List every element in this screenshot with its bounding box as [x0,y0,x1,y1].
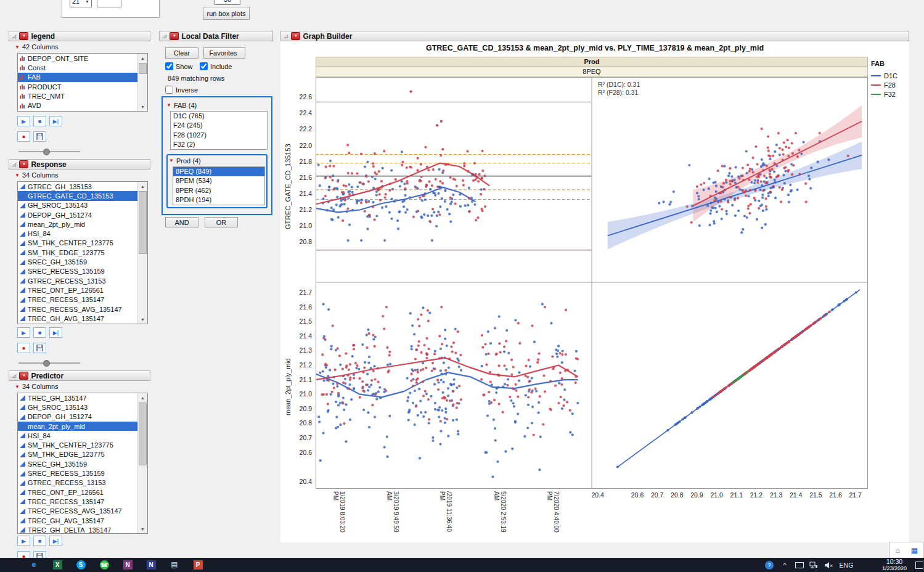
scroll-up-icon[interactable]: ▲ [138,393,147,402]
clock[interactable]: 10:30 1/23/2020 [875,558,914,571]
inverse-checkbox-input[interactable] [165,86,173,94]
scrollbar-thumb[interactable] [139,402,147,465]
help-tray-icon[interactable]: ? [763,558,775,572]
tray-keyboard[interactable] [794,558,805,572]
collapse-icon[interactable]: ▼ [15,173,20,178]
column-item[interactable]: GTREC_RECESS_13153 [18,276,147,285]
red-menu-icon[interactable]: ▼ [19,372,28,380]
legend-entry[interactable]: F32 [871,89,897,99]
column-item[interactable]: TREC_GH_AVG_135147 [18,516,147,525]
y-axis-title-top[interactable]: GTREC_GATE_CD_135153 [284,129,293,243]
column-item[interactable]: SM_THK_EDGE_123775 [18,248,147,257]
taskbar-edge[interactable]: e [27,558,41,572]
tray-chevron[interactable]: ^ [779,558,790,572]
record-button[interactable]: ● [17,343,30,353]
legend-panel-header[interactable]: ⊿ ▼ legend [9,31,150,41]
column-item[interactable]: TREC_RECESS_AVG_135147 [18,304,147,314]
column-item[interactable]: mean_2pt_ply_mid [18,422,147,431]
red-menu-icon[interactable]: ▼ [19,160,28,168]
response-columns-list[interactable]: GTREC_GH_135153GTREC_GATE_CD_135153GH_SR… [17,181,148,324]
y-axis-title-bottom[interactable]: mean_2pt_ply_mid [284,330,293,444]
legend-columns-list[interactable]: DEPOP_ONT_SITEConstFABPRODUCTTREC_NMTAVD… [17,53,148,112]
disclosure-icon[interactable]: ⊿ [12,372,17,379]
filter-value[interactable]: F28 (1027) [171,131,267,140]
taskbar-whatsapp[interactable]: ☎ [97,558,111,572]
collapse-icon[interactable]: ▼ [15,44,20,50]
filter-value[interactable]: D1C (765) [171,112,267,121]
column-item[interactable]: GTREC_GH_135153 [18,182,147,191]
filter-values-list[interactable]: D1C (765)F24 (245)F28 (1027)F32 (2) [170,111,268,150]
filter-value[interactable]: 8PDH (194) [173,195,264,205]
column-item[interactable]: TREC_NMT [18,91,147,100]
show-desktop-strip[interactable] [923,560,923,570]
scroll-down-icon[interactable]: ▼ [138,315,147,324]
action-center[interactable] [915,558,923,572]
column-item[interactable]: TREC_GH_AVG_135147 [18,314,147,323]
column-item[interactable]: TREC_GH_135147 [18,393,147,402]
column-item[interactable]: SM_THK_EDGE_123775 [18,450,147,459]
red-menu-icon[interactable]: ▼ [291,32,300,40]
column-item[interactable]: SREC_RECESS_135159 [18,468,147,478]
tray-network[interactable] [807,558,820,572]
column-item[interactable]: SM_THK_CENTER_123775 [18,239,147,248]
save-button[interactable] [33,343,46,353]
run-box-plots-button[interactable]: run box plots [203,7,250,20]
scatter-plot-grid[interactable] [316,77,868,489]
taskbar-notepad[interactable]: ▤ [168,558,181,572]
filter-values-list[interactable]: 8PEQ (849)8PEM (534)8PER (462)8PDH (194) [173,166,265,205]
animation-speed-slider[interactable] [18,148,80,155]
scroll-down-icon[interactable]: ▼ [138,525,147,533]
pause-button[interactable]: ■ [33,116,46,126]
show-checkbox[interactable]: Show [165,62,193,70]
animation-speed-slider[interactable] [18,359,80,366]
home-icon[interactable]: ⌂ [896,546,900,555]
and-button[interactable]: AND [165,217,198,227]
red-menu-icon[interactable]: ▼ [170,32,179,40]
column-item[interactable]: TREC_ONT_EP_126561 [18,285,147,295]
local-data-filter-header[interactable]: ⊿ ▼ Local Data Filter [159,31,273,41]
grid-icon[interactable]: ▦ [911,546,918,555]
play-button[interactable]: ▶ [17,327,30,338]
column-item[interactable]: GH_SROC_135143 [18,201,147,210]
pause-button[interactable]: ■ [33,327,46,338]
scrollbar[interactable]: ▲▼ [137,54,147,111]
step-button[interactable]: ▶| [49,327,62,338]
column-item[interactable]: TREC_RECESS_AVG_135147 [18,507,147,516]
filter-group-header[interactable]: ▼Prod (4) [169,156,265,165]
step-button[interactable]: ▶| [49,116,62,126]
graph-builder-header[interactable]: ⊿ ▼ Graph Builder [280,31,909,41]
filter-value[interactable]: 8PER (462) [173,186,264,195]
predictor-columns-list[interactable]: TREC_GH_135147GH_SROC_135143DEPOP_GH_151… [17,393,148,534]
slider-thumb[interactable] [43,149,50,155]
include-checkbox-input[interactable] [200,62,208,70]
clear-button[interactable]: Clear [165,47,198,59]
scroll-up-icon[interactable]: ▲ [138,54,147,62]
column-item[interactable]: Const [18,63,147,72]
scrollbar-thumb[interactable] [139,191,147,254]
disclosure-icon[interactable]: ⊿ [284,33,288,39]
red-menu-icon[interactable]: ▼ [19,32,28,40]
pause-button[interactable]: ■ [33,536,46,546]
column-item[interactable]: HSI_84 [18,229,147,238]
step-button[interactable]: ▶| [49,536,62,546]
favorites-button[interactable]: Favorites [203,47,245,59]
column-item[interactable]: DEPOP_ONT_SITE [18,54,147,63]
inverse-checkbox[interactable]: Inverse [165,86,198,94]
value-dropdown[interactable]: 21▼ [70,0,92,7]
scroll-up-icon[interactable]: ▲ [138,182,147,190]
scrollbar[interactable]: ▲▼ [137,393,147,533]
language-indicator[interactable]: ENG [837,558,856,572]
column-item[interactable]: AVD [18,100,147,110]
red-menu-icon[interactable]: ▼ [166,102,171,108]
column-item[interactable]: HSI_84 [18,431,147,440]
show-checkbox-input[interactable] [165,62,173,70]
group-band-prod[interactable]: Prod [316,57,868,67]
column-item[interactable]: SREC_GH_135159 [18,257,147,266]
record-button[interactable]: ● [17,131,30,142]
column-item[interactable]: DEPOP_GH_151274 [18,210,147,219]
filter-value[interactable]: F32 (2) [171,140,267,149]
top-text-field[interactable] [97,0,121,7]
column-item[interactable]: SM_THK_CENTER_123775 [18,440,147,449]
column-item[interactable]: GTREC_GATE_CD_135153 [18,191,147,200]
taskbar-powerpoint[interactable]: P [191,558,205,572]
